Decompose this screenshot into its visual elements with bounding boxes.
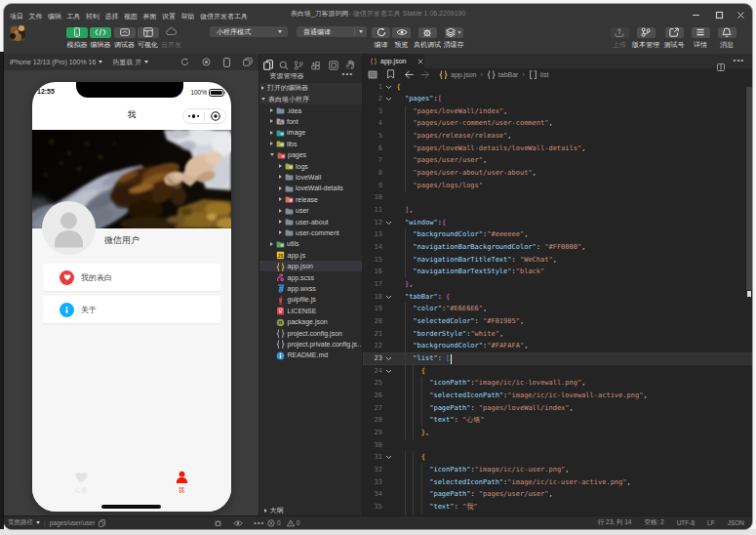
record-icon[interactable] bbox=[202, 58, 211, 66]
menu-5[interactable]: 选择 bbox=[105, 12, 119, 21]
code-line-12[interactable]: 12 "window":{ bbox=[363, 217, 752, 229]
tree-item-user-comment[interactable]: user-comment bbox=[259, 227, 363, 238]
outline-section[interactable]: 大纲 bbox=[259, 505, 363, 515]
code-line-7[interactable]: 7 "pages/user/user", bbox=[363, 154, 752, 167]
status-item-2[interactable]: UTF-8 bbox=[677, 519, 695, 526]
tree-section-表白墙小程序[interactable]: 表白墙小程序 bbox=[259, 94, 363, 104]
status-item-1[interactable]: 空格: 2 bbox=[644, 518, 663, 527]
code-line-19[interactable]: 19 "color":"#E6E6E6", bbox=[363, 303, 752, 315]
menu-1[interactable]: 文件 bbox=[29, 12, 43, 21]
tree-item-logs[interactable]: logs bbox=[259, 160, 363, 171]
tree-item-app.scss[interactable]: app.scss bbox=[259, 271, 363, 282]
menu-2[interactable]: 编辑 bbox=[48, 12, 61, 21]
code-line-33[interactable]: 33 "selectedIconPath":"image/ic/ic-user-… bbox=[363, 476, 752, 489]
code-line-8[interactable]: 8 "pages/user-about/user-about", bbox=[363, 167, 752, 180]
scheme-dropdown[interactable]: 小程序模式 bbox=[210, 26, 288, 37]
menu-dots-icon[interactable] bbox=[183, 114, 204, 117]
tree-item-LICENSE[interactable]: LICENSE bbox=[259, 306, 363, 316]
code-line-15[interactable]: 15 "navigationBarTitleText": "WeChat", bbox=[363, 254, 752, 267]
more-actions-icon[interactable]: ••• bbox=[342, 69, 353, 78]
scrollbar[interactable] bbox=[746, 87, 752, 290]
back-icon[interactable] bbox=[404, 70, 414, 80]
tree-item-release[interactable]: release bbox=[259, 194, 363, 205]
menu-9[interactable]: 帮助 bbox=[181, 12, 195, 21]
code-line-25[interactable]: 25 "iconPath":"image/ic/ic-lovewall.png"… bbox=[363, 377, 752, 390]
tree-item-README.md[interactable]: README.md bbox=[259, 350, 363, 360]
code-line-26[interactable]: 26 "selectedIconPath":"image/ic/ic-lovew… bbox=[363, 390, 752, 402]
code-line-3[interactable]: 3 "pages/loveWall/index", bbox=[363, 105, 752, 118]
code-line-35[interactable]: 35 "text": "我" bbox=[363, 501, 752, 514]
close-button[interactable] bbox=[735, 9, 747, 21]
problems-indicator[interactable]: 0 0 bbox=[267, 516, 299, 529]
code-line-4[interactable]: 4 "pages/user-comment/user-comment", bbox=[363, 117, 752, 130]
code-line-13[interactable]: 13 "backgroundColor":"#eeeeee", bbox=[363, 228, 752, 241]
menu-6[interactable]: 视图 bbox=[124, 12, 138, 21]
code-line-34[interactable]: 34 "pagePath": "pages/user/user", bbox=[363, 488, 752, 501]
device-selector[interactable]: iPhone 12/13 (Pro) 100% 16 bbox=[10, 59, 102, 65]
maximize-button[interactable] bbox=[713, 9, 726, 21]
code-line-9[interactable]: 9 "pages/logs/logs" bbox=[363, 180, 752, 192]
code-line-10[interactable]: 10 bbox=[363, 191, 752, 204]
multi-window-icon[interactable] bbox=[243, 58, 253, 66]
quick-nav-icon[interactable] bbox=[368, 70, 378, 80]
tree-item-user[interactable]: user bbox=[259, 205, 363, 216]
fold-chevron-icon[interactable] bbox=[385, 294, 392, 301]
bug-icon[interactable] bbox=[214, 518, 222, 527]
tree-item-app.js[interactable]: JSapp.js bbox=[259, 250, 363, 261]
tab-appjson[interactable]: app.json bbox=[363, 54, 424, 68]
code-line-20[interactable]: 20 "selectedColor": "#F01905", bbox=[363, 315, 752, 328]
tree-item-pages[interactable]: pages bbox=[259, 149, 363, 160]
device-frame-icon[interactable] bbox=[223, 58, 230, 67]
code-line-32[interactable]: 32 "iconPath":"image/ic/ic-user.png", bbox=[363, 464, 752, 476]
tree-item-project.config.json[interactable]: project.config.json bbox=[259, 327, 363, 338]
code-line-30[interactable]: 30 bbox=[363, 439, 752, 452]
code-line-27[interactable]: 27 "pagePath": "pages/loveWall/index", bbox=[363, 402, 752, 415]
fold-chevron-icon[interactable] bbox=[385, 454, 392, 461]
tab-me[interactable]: 我 bbox=[152, 471, 211, 495]
menu-10[interactable]: 微信开发者工具 bbox=[200, 12, 248, 21]
tree-item-image[interactable]: image bbox=[259, 127, 363, 138]
status-item-0[interactable]: 行 23, 列 14 bbox=[598, 518, 632, 527]
action-button-1[interactable]: 预览 bbox=[387, 27, 417, 49]
action-button-3[interactable]: 清缓存 bbox=[439, 27, 468, 49]
breadcrumb-item[interactable]: app.json bbox=[439, 70, 476, 79]
tree-item-font[interactable]: Afont bbox=[259, 116, 363, 127]
tree-item-app.wxss[interactable]: app.wxss bbox=[259, 283, 363, 294]
hot-reload-toggle[interactable]: 热重载 开 bbox=[112, 58, 148, 67]
status-item-4[interactable]: JSON bbox=[728, 519, 744, 526]
copy-icon[interactable] bbox=[99, 519, 105, 527]
breadcrumb-item[interactable]: tabBar bbox=[487, 70, 519, 79]
tab-lovewall[interactable]: 心墙 bbox=[52, 471, 110, 495]
more-icon[interactable]: ••• bbox=[254, 518, 264, 527]
code-line-22[interactable]: 22 "backgroundColor":"#FAFAFA", bbox=[363, 340, 752, 352]
tree-item-loveWall[interactable]: loveWall bbox=[259, 172, 363, 183]
code-line-29[interactable]: 29 }, bbox=[363, 427, 752, 439]
menu-7[interactable]: 界面 bbox=[143, 12, 157, 21]
code-line-18[interactable]: 18 "tabBar": { bbox=[363, 291, 752, 304]
fold-chevron-icon[interactable] bbox=[385, 84, 392, 91]
minimize-button[interactable] bbox=[690, 9, 702, 21]
action-button-2[interactable]: 真机调试 bbox=[413, 27, 442, 49]
fold-chevron-icon[interactable] bbox=[385, 220, 392, 226]
tree-item-gulpfile.js[interactable]: gulpfile.js bbox=[259, 294, 363, 305]
code-line-5[interactable]: 5 "pages/release/release", bbox=[363, 130, 752, 143]
editor-more-icon[interactable]: ••• bbox=[734, 56, 744, 64]
code-line-23[interactable]: 23 "list": [ bbox=[363, 352, 752, 365]
code-line-24[interactable]: 24 { bbox=[363, 365, 752, 378]
fold-chevron-icon[interactable] bbox=[385, 368, 392, 375]
menu-8[interactable]: 设置 bbox=[162, 12, 176, 21]
fold-chevron-icon[interactable] bbox=[385, 96, 392, 103]
code-line-21[interactable]: 21 "borderStyle":"white", bbox=[363, 328, 752, 341]
menu-4[interactable]: 转到 bbox=[86, 12, 99, 21]
mode-button-4[interactable]: 云开发 bbox=[157, 27, 186, 49]
fold-chevron-icon[interactable] bbox=[385, 355, 392, 362]
code-line-17[interactable]: 17 }, bbox=[363, 278, 752, 291]
breadcrumb-item[interactable]: list bbox=[529, 70, 549, 79]
menu-0[interactable]: 项目 bbox=[10, 12, 23, 21]
forward-icon[interactable] bbox=[420, 70, 430, 80]
exit-miniprogram-icon[interactable] bbox=[205, 111, 225, 121]
close-tab-icon[interactable] bbox=[418, 59, 423, 64]
code-line-14[interactable]: 14 "navigationBarBackgroundColor": "#FF0… bbox=[363, 241, 752, 254]
status-item-3[interactable]: LF bbox=[707, 519, 715, 526]
tree-section-打开的编辑器[interactable]: 打开的编辑器 bbox=[259, 83, 363, 94]
